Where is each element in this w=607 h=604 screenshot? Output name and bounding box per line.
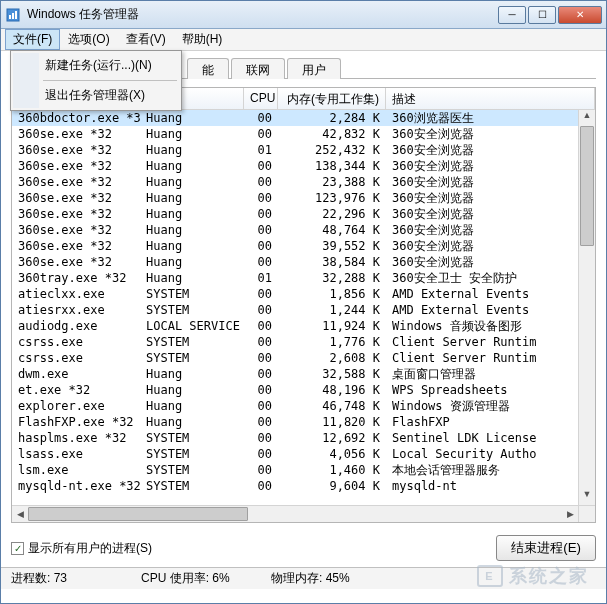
menu-view[interactable]: 查看(V) (118, 29, 174, 50)
scroll-down-icon[interactable]: ▼ (579, 489, 595, 505)
table-row[interactable]: lsass.exeSYSTEM004,056 KLocal Security A… (12, 446, 578, 462)
cell-name: 360se.exe *32 (12, 238, 140, 254)
vertical-scrollbar[interactable]: ▲ ▼ (578, 110, 595, 505)
minimize-button[interactable]: ─ (498, 6, 526, 24)
table-row[interactable]: mysqld-nt.exe *32SYSTEM009,604 Kmysqld-n… (12, 478, 578, 494)
cell-name: 360se.exe *32 (12, 158, 140, 174)
end-process-button[interactable]: 结束进程(E) (496, 535, 596, 561)
cell-mem: 1,244 K (278, 302, 386, 318)
cell-user: SYSTEM (140, 462, 244, 478)
horizontal-scrollbar[interactable]: ◀ ▶ (12, 505, 578, 522)
cell-name: explorer.exe (12, 398, 140, 414)
table-row[interactable]: 360se.exe *32Huang0042,832 K360安全浏览器 (12, 126, 578, 142)
menu-new-task[interactable]: 新建任务(运行...)(N) (13, 53, 179, 78)
table-row[interactable]: explorer.exeHuang0046,748 KWindows 资源管理器 (12, 398, 578, 414)
cell-cpu: 01 (244, 270, 278, 286)
cell-cpu: 00 (244, 318, 278, 334)
cell-desc: AMD External Events (386, 286, 578, 302)
table-row[interactable]: hasplms.exe *32SYSTEM0012,692 KSentinel … (12, 430, 578, 446)
status-cpu: CPU 使用率: 6% (141, 570, 271, 587)
table-row[interactable]: 360se.exe *32Huang0023,388 K360安全浏览器 (12, 174, 578, 190)
cell-mem: 39,552 K (278, 238, 386, 254)
cell-cpu: 00 (244, 398, 278, 414)
table-row[interactable]: 360se.exe *32Huang0038,584 K360安全浏览器 (12, 254, 578, 270)
cell-desc: mysqld-nt (386, 478, 578, 494)
col-mem[interactable]: 内存(专用工作集) (278, 88, 386, 109)
table-body[interactable]: 360bdoctor.exe *32Huang002,284 K360浏览器医生… (12, 110, 578, 505)
menu-help[interactable]: 帮助(H) (174, 29, 231, 50)
cell-cpu: 00 (244, 222, 278, 238)
maximize-button[interactable]: ☐ (528, 6, 556, 24)
table-row[interactable]: 360se.exe *32Huang00138,344 K360安全浏览器 (12, 158, 578, 174)
tab-users[interactable]: 用户 (287, 58, 341, 79)
tab-networking[interactable]: 联网 (231, 58, 285, 79)
cell-mem: 12,692 K (278, 430, 386, 446)
table-row[interactable]: 360bdoctor.exe *32Huang002,284 K360浏览器医生 (12, 110, 578, 126)
cell-name: 360se.exe *32 (12, 126, 140, 142)
table-row[interactable]: 360se.exe *32Huang01252,432 K360安全浏览器 (12, 142, 578, 158)
col-desc[interactable]: 描述 (386, 88, 595, 109)
cell-desc: 360安全浏览器 (386, 174, 578, 190)
cell-cpu: 00 (244, 286, 278, 302)
cell-desc: 本地会话管理器服务 (386, 462, 578, 478)
cell-desc: 360浏览器医生 (386, 110, 578, 126)
cell-mem: 48,764 K (278, 222, 386, 238)
menu-exit[interactable]: 退出任务管理器(X) (13, 83, 179, 108)
scroll-left-icon[interactable]: ◀ (12, 506, 28, 522)
col-cpu[interactable]: CPU (244, 88, 278, 109)
table-row[interactable]: et.exe *32Huang0048,196 KWPS Spreadsheet… (12, 382, 578, 398)
scroll-thumb-h[interactable] (28, 507, 248, 521)
menubar: 文件(F) 选项(O) 查看(V) 帮助(H) (1, 29, 606, 51)
table-row[interactable]: atieclxx.exeSYSTEM001,856 KAMD External … (12, 286, 578, 302)
footer: ✓ 显示所有用户的进程(S) 结束进程(E) (1, 527, 606, 567)
table-row[interactable]: 360se.exe *32Huang0039,552 K360安全浏览器 (12, 238, 578, 254)
cell-mem: 4,056 K (278, 446, 386, 462)
cell-mem: 23,388 K (278, 174, 386, 190)
cell-cpu: 00 (244, 414, 278, 430)
table-row[interactable]: lsm.exeSYSTEM001,460 K本地会话管理器服务 (12, 462, 578, 478)
cell-name: 360tray.exe *32 (12, 270, 140, 286)
cell-cpu: 00 (244, 158, 278, 174)
scroll-thumb-v[interactable] (580, 126, 594, 246)
titlebar[interactable]: Windows 任务管理器 ─ ☐ ✕ (1, 1, 606, 29)
process-table: 映像名称 CPU 内存(专用工作集) 描述 360bdoctor.exe *32… (11, 87, 596, 523)
tab-performance[interactable]: 能 (187, 58, 229, 79)
cell-mem: 46,748 K (278, 398, 386, 414)
cell-mem: 9,604 K (278, 478, 386, 494)
cell-cpu: 00 (244, 110, 278, 126)
menu-file[interactable]: 文件(F) (5, 29, 60, 50)
cell-user: SYSTEM (140, 478, 244, 494)
cell-user: Huang (140, 398, 244, 414)
table-row[interactable]: dwm.exeHuang0032,588 K桌面窗口管理器 (12, 366, 578, 382)
close-button[interactable]: ✕ (558, 6, 602, 24)
scroll-right-icon[interactable]: ▶ (562, 506, 578, 522)
table-row[interactable]: 360se.exe *32Huang00123,976 K360安全浏览器 (12, 190, 578, 206)
table-row[interactable]: audiodg.exeLOCAL SERVICE0011,924 KWindow… (12, 318, 578, 334)
cell-name: csrss.exe (12, 334, 140, 350)
table-row[interactable]: csrss.exeSYSTEM002,608 KClient Server Ru… (12, 350, 578, 366)
cell-name: 360se.exe *32 (12, 254, 140, 270)
table-row[interactable]: 360tray.exe *32Huang0132,288 K360安全卫士 安全… (12, 270, 578, 286)
table-row[interactable]: 360se.exe *32Huang0022,296 K360安全浏览器 (12, 206, 578, 222)
cell-cpu: 00 (244, 366, 278, 382)
cell-user: SYSTEM (140, 446, 244, 462)
window-title: Windows 任务管理器 (27, 6, 498, 23)
menu-options[interactable]: 选项(O) (60, 29, 117, 50)
table-row[interactable]: FlashFXP.exe *32Huang0011,820 KFlashFXP (12, 414, 578, 430)
cell-cpu: 00 (244, 478, 278, 494)
table-row[interactable]: csrss.exeSYSTEM001,776 KClient Server Ru… (12, 334, 578, 350)
cell-user: Huang (140, 174, 244, 190)
cell-mem: 2,608 K (278, 350, 386, 366)
table-row[interactable]: atiesrxx.exeSYSTEM001,244 KAMD External … (12, 302, 578, 318)
table-row[interactable]: 360se.exe *32Huang0048,764 K360安全浏览器 (12, 222, 578, 238)
show-all-users-checkbox[interactable]: ✓ (11, 542, 24, 555)
cell-mem: 2,284 K (278, 110, 386, 126)
cell-cpu: 00 (244, 446, 278, 462)
cell-desc: Local Security Autho (386, 446, 578, 462)
watermark-logo-icon: E (477, 565, 503, 587)
scroll-up-icon[interactable]: ▲ (579, 110, 595, 126)
cell-user: Huang (140, 366, 244, 382)
cell-desc: 桌面窗口管理器 (386, 366, 578, 382)
cell-user: Huang (140, 158, 244, 174)
task-manager-window: Windows 任务管理器 ─ ☐ ✕ 文件(F) 选项(O) 查看(V) 帮助… (0, 0, 607, 604)
